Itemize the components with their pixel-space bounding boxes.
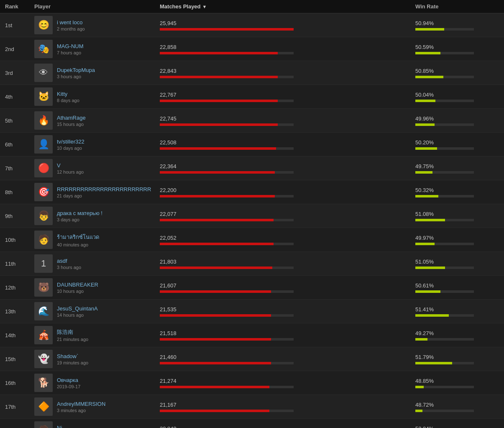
table-row: 6th 👤 tv/stiller322 10 days ago 22,508 5… [0,133,504,156]
matches-cell: 22,200 [160,187,415,197]
rank-cell: 7th [5,165,34,172]
player-info: MAG-NUM 7 hours ago [57,43,84,55]
winrate-cell: 48.85% [415,378,499,388]
player-cell: 👦 драка с матерью ! 3 days ago [34,204,160,228]
winrate-value: 51.41% [415,306,499,313]
player-name[interactable]: ร้ามาลริกซ์โนแวด [57,233,99,241]
winrate-bar [415,219,474,221]
winrate-bar-fill [415,362,452,364]
winrate-bar [415,410,474,412]
matches-cell: 22,858 [160,44,415,54]
rank-cell: 12th [5,284,34,291]
winrate-value: 48.72% [415,402,499,408]
player-name[interactable]: AndreyIMMERSION [57,401,105,407]
player-name[interactable]: RRRRRRRRRRRRRRRRRRRRRRRR [57,186,151,192]
player-name[interactable]: Shadow` [57,353,88,359]
winrate-bar-fill [415,386,424,388]
winrate-header: Win Rate [415,3,499,10]
winrate-bar [415,123,474,126]
player-name[interactable]: i went loco [57,19,85,26]
player-name[interactable]: Овчарка [57,377,80,383]
table-row: 10th 🧑 ร้ามาลริกซ์โนแวด 40 minutes ago 2… [0,228,504,252]
winrate-cell: 50.59% [415,44,499,54]
winrate-value: 50.20% [415,139,499,146]
winrate-cell: 50.32% [415,187,499,197]
matches-bar [160,100,294,102]
player-name[interactable]: tv/stiller322 [57,138,84,145]
player-header: Player [34,3,160,10]
player-info: 陈浩南 21 minutes ago [57,328,88,342]
matches-bar [160,410,294,412]
player-name[interactable]: драка с матерью ! [57,210,102,216]
player-time: 3 hours ago [57,265,81,270]
rank-cell: 2nd [5,46,34,52]
winrate-cell: 51.08% [415,211,499,221]
player-cell: 🔴 V 12 hours ago [34,156,160,180]
matches-bar-fill [160,147,276,150]
matches-value: 22,508 [160,139,407,146]
winrate-bar-fill [415,147,437,150]
player-cell: 1 asdf 3 hours ago [34,252,160,275]
matches-value: 21,274 [160,378,407,384]
winrate-bar-fill [415,52,440,54]
player-cell: 😊 i went loco 2 months ago [34,13,160,37]
rank-cell: 1st [5,22,34,28]
winrate-bar [415,290,474,293]
player-info: Nj 18 minutes ago [57,425,88,428]
player-time: 14 hours ago [57,313,98,318]
matches-bar-fill [160,338,271,341]
player-name[interactable]: Kitty [57,91,79,97]
matches-bar-fill [160,314,271,317]
player-time: 21 days ago [57,193,151,198]
winrate-bar [415,386,474,388]
avatar: 👁 [34,64,53,82]
player-name[interactable]: MAG-NUM [57,43,84,49]
rank-cell: 8th [5,189,34,195]
winrate-cell: 48.72% [415,402,499,412]
player-info: AthamRage 15 hours ago [57,115,86,127]
winrate-cell: 50.94% [415,20,499,31]
player-name[interactable]: Nj [57,425,88,428]
matches-cell: 21,274 [160,378,415,388]
matches-bar-fill [160,28,294,31]
matches-bar [160,76,294,78]
winrate-bar [415,52,474,54]
matches-cell: 25,945 [160,20,415,31]
winrate-value: 48.85% [415,378,499,384]
table-row: 17th 🔶 AndreyIMMERSION 3 minutes ago 21,… [0,395,504,419]
rank-cell: 6th [5,141,34,148]
player-time: 40 minutes ago [57,242,99,247]
matches-bar-fill [160,100,278,102]
matches-value: 20,848 [160,425,407,428]
player-time: 10 days ago [57,146,84,151]
winrate-cell: 52.94% [415,425,499,428]
player-name[interactable]: DupekTopMupa [57,67,95,73]
winrate-value: 51.05% [415,259,499,265]
winrate-value: 52.94% [415,425,499,428]
winrate-bar [415,171,474,174]
table-row: 8th 🎯 RRRRRRRRRRRRRRRRRRRRRRRR 21 days a… [0,180,504,204]
matches-header[interactable]: Matches Played ▼ [160,3,415,10]
player-name[interactable]: 陈浩南 [57,328,88,336]
player-time: 3 days ago [57,217,102,222]
matches-bar-fill [160,123,278,126]
matches-bar [160,362,294,364]
player-name[interactable]: V [57,162,84,169]
player-cell: 🎪 陈浩南 21 minutes ago [34,323,160,347]
matches-bar-fill [160,362,271,364]
player-info: Овчарка 2019-09-17 [57,377,80,389]
winrate-value: 50.32% [415,187,499,193]
player-cell: 🐕 Овчарка 2019-09-17 [34,371,160,395]
player-name[interactable]: DAUNBREAKER [57,282,98,288]
avatar: 🔴 [34,159,53,177]
table-body: 1st 😊 i went loco 2 months ago 25,945 50… [0,13,504,428]
avatar: 👻 [34,350,53,368]
player-name[interactable]: asdf [57,258,81,264]
player-name[interactable]: JesuS_QuintanA [57,305,98,312]
winrate-value: 51.08% [415,211,499,217]
winrate-bar [415,314,474,317]
winrate-value: 50.94% [415,20,499,26]
player-name[interactable]: AthamRage [57,115,86,121]
matches-cell: 22,077 [160,211,415,221]
table-row: 13th 🌊 JesuS_QuintanA 14 hours ago 21,53… [0,300,504,323]
